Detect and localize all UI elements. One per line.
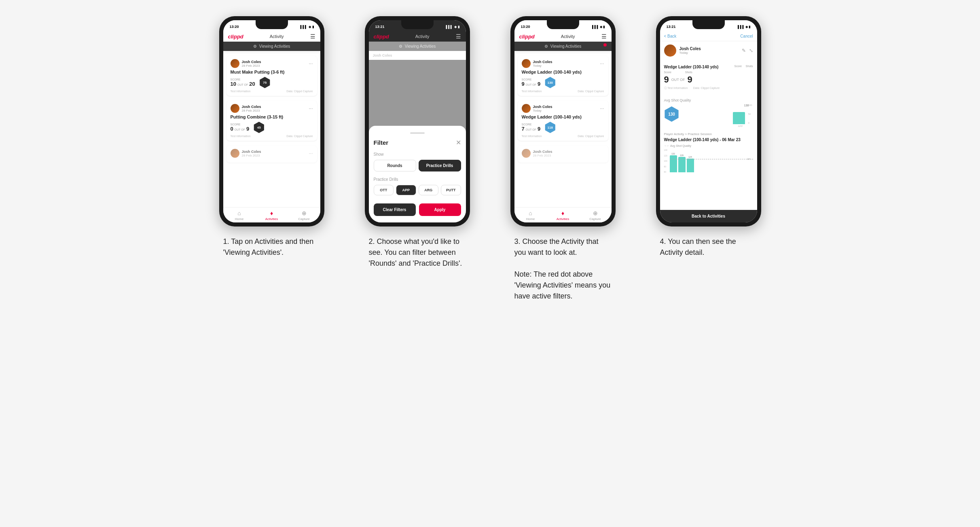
more-dots-1[interactable]: ··· — [309, 61, 313, 66]
rounds-btn[interactable]: Rounds — [374, 160, 416, 171]
score-row: 9 OUT OF 9 — [664, 74, 719, 85]
edit-icon[interactable]: ✎ — [742, 48, 746, 53]
time-4: 13:21 — [667, 25, 676, 29]
bottom-nav-capture-1[interactable]: ⊕ Capture — [288, 210, 320, 221]
ott-btn[interactable]: OTT — [374, 185, 394, 195]
clear-filters-btn[interactable]: Clear Filters — [374, 203, 416, 216]
activity-header-1: Josh Coles 28 Feb 2023 ··· — [231, 59, 313, 68]
user-info-3-1: Josh Coles Today — [522, 59, 552, 68]
activities-nav-3[interactable]: ♦ Activities — [547, 210, 579, 221]
activity-item-1[interactable]: Josh Coles 28 Feb 2023 ··· Must Make Put… — [226, 56, 317, 96]
avg-quality-section: Avg Shot Quality 130 130 100 50 — [660, 95, 757, 127]
outof-row-2: 0 OUT OF 9 — [231, 126, 250, 132]
activity-title-1: Must Make Putting (3-6 ft) — [231, 70, 313, 74]
detail-user-name: Josh Coles — [679, 47, 701, 51]
time-2: 13:21 — [375, 25, 385, 29]
activity-item-2[interactable]: Josh Coles 28 Feb 2023 ··· Putting Combi… — [226, 101, 317, 141]
activities-label-1: Activities — [265, 217, 278, 221]
putt-btn[interactable]: PUTT — [441, 185, 461, 195]
filter-bar-2: ⚙ Viewing Activities — [369, 42, 466, 51]
user-info-2: Josh Coles 28 Feb 2023 — [231, 104, 261, 113]
activity-item-3[interactable]: Josh Coles 28 Feb 2023 ··· — [226, 146, 317, 163]
status-icons-2: ▌▌▌ ◈ ▮ — [446, 25, 459, 29]
practice-section: Player Activity > Practice Session Wedge… — [660, 129, 757, 176]
signal-icon: ▌▌▌ — [300, 25, 307, 29]
caption-3: 3. Choose the Activity that you want to … — [514, 236, 612, 302]
filter-handle — [410, 132, 425, 134]
home-nav-3[interactable]: ⌂ Home — [514, 210, 547, 221]
quality-hex-large: 130 — [664, 106, 679, 122]
expand-icon[interactable]: ⤡ — [749, 48, 753, 53]
phone-screen-1: 13:20 ▌▌▌ ◈ ▮ clippd Activity ☰ ⚙ View — [223, 20, 320, 222]
activity-item-3-3[interactable]: Josh Coles 28 Feb 2023 — [518, 146, 608, 163]
activity-list-3: Josh Coles Today ··· Wedge Ladder (100-1… — [514, 51, 612, 207]
filter-sheet: Filter ✕ Show Rounds Practice Drills Pra… — [369, 126, 466, 222]
practice-drills-section-label: Practice Drills — [374, 177, 461, 182]
user-info-3: Josh Coles 28 Feb 2023 — [231, 149, 261, 158]
filter-toggle-row: Rounds Practice Drills — [374, 160, 461, 171]
user-name-1: Josh Coles — [242, 60, 261, 64]
avg-quality-title: Avg Shot Quality — [664, 98, 753, 102]
page-wrapper: 13:20 ▌▌▌ ◈ ▮ clippd Activity ☰ ⚙ View — [207, 16, 773, 302]
close-icon[interactable]: ✕ — [456, 139, 461, 146]
hamburger-1[interactable]: ☰ — [310, 33, 315, 40]
out-of-label: OUT OF — [671, 78, 685, 82]
back-to-activities-btn[interactable]: Back to Activities — [660, 210, 757, 222]
detail-user-section: Josh Coles Today ✎ ⤡ — [660, 41, 757, 60]
capture-label-1: Capture — [298, 217, 309, 221]
bottom-nav-home-1[interactable]: ⌂ Home — [223, 210, 256, 221]
outof-label-1: OUT OF — [237, 83, 248, 86]
avg-quality-row: 130 130 100 50 0 — [664, 104, 753, 124]
more-dots-3-1[interactable]: ··· — [600, 61, 604, 66]
back-button[interactable]: < Back — [664, 34, 677, 38]
detail-action-icons: ✎ ⤡ — [742, 48, 753, 53]
caption-4: 4. You can then see the Activity detail. — [660, 236, 757, 258]
user-name-3-1: Josh Coles — [533, 60, 552, 64]
capture-nav-3[interactable]: ⊕ Capture — [579, 210, 612, 221]
hamburger-2[interactable]: ☰ — [456, 33, 461, 40]
caption-1: 1. Tap on Activities and then 'Viewing A… — [223, 236, 320, 258]
filter-bar-1[interactable]: ⚙ Viewing Activities — [223, 42, 320, 51]
filter-bar-3[interactable]: ⚙ Viewing Activities — [514, 42, 612, 51]
phone-frame-3: 13:20 ▌▌▌ ◈ ▮ clippd Activity ☰ ⚙ Viewin… — [510, 16, 616, 226]
nav-title-3: Activity — [561, 34, 575, 39]
hamburger-3[interactable]: ☰ — [601, 33, 607, 40]
logo-3: clippd — [519, 34, 535, 40]
detail-user-date: Today — [679, 51, 701, 55]
activities-icon-1: ♦ — [270, 210, 273, 216]
phone-notch-4 — [692, 20, 725, 29]
filter-header: Filter ✕ — [374, 139, 461, 146]
activity-item-3-1[interactable]: Josh Coles Today ··· Wedge Ladder (100-1… — [518, 56, 608, 96]
practice-drills-btn[interactable]: Practice Drills — [419, 160, 461, 171]
app-btn[interactable]: APP — [396, 185, 416, 195]
phone-column-2: 13:21 ▌▌▌ ◈ ▮ clippd Activity ☰ ⚙ View — [353, 16, 482, 302]
activity-footer-2: Test Information Data: Clippd Capture — [231, 135, 313, 138]
mini-chart: 130 100 50 0 APP — [683, 104, 753, 124]
phone-screen-3: 13:20 ▌▌▌ ◈ ▮ clippd Activity ☰ ⚙ Viewin… — [514, 20, 612, 222]
home-icon-1: ⌂ — [237, 210, 241, 216]
more-dots-3[interactable]: ··· — [309, 150, 313, 156]
activity-header-2: Josh Coles 28 Feb 2023 ··· — [231, 104, 313, 113]
user-date-1: 28 Feb 2023 — [242, 64, 261, 68]
practice-link: Player Activity > Practice Session — [664, 132, 753, 136]
activity-title-3-1: Wedge Ladder (100-140 yds) — [522, 70, 604, 74]
cancel-button[interactable]: Cancel — [740, 34, 753, 38]
filter-icon-3: ⚙ — [544, 44, 548, 49]
activity-item-3-2[interactable]: Josh Coles Today ··· Wedge Ladder (100-1… — [518, 101, 608, 141]
bottom-nav-activities-1[interactable]: ♦ Activities — [256, 210, 288, 221]
battery-icon-2: ▮ — [458, 25, 459, 29]
arg-btn[interactable]: ARG — [419, 185, 439, 195]
detail-header: < Back Cancel — [660, 32, 757, 41]
capture-icon-1: ⊕ — [302, 210, 307, 216]
status-icons-4: ▌▌▌ ◈ ▮ — [738, 25, 750, 29]
activity-stats-3-1: Score 9 OUT OF 9 130 — [522, 77, 604, 88]
phone-column-3: 13:20 ▌▌▌ ◈ ▮ clippd Activity ☰ ⚙ Viewin… — [498, 16, 628, 302]
drill-btn-row: OTT APP ARG PUTT — [374, 185, 461, 195]
user-date-2: 28 Feb 2023 — [242, 109, 261, 112]
activity-title-2: Putting Combine (3-15 ft) — [231, 114, 313, 119]
apply-btn[interactable]: Apply — [419, 203, 461, 216]
more-dots-2[interactable]: ··· — [309, 106, 313, 111]
user-name-date-3: Josh Coles 28 Feb 2023 — [242, 150, 261, 157]
test-info-4: ⓘ Test Information Data: Clippd Capture — [664, 87, 720, 89]
footer-left-1: Test Information — [231, 90, 251, 93]
